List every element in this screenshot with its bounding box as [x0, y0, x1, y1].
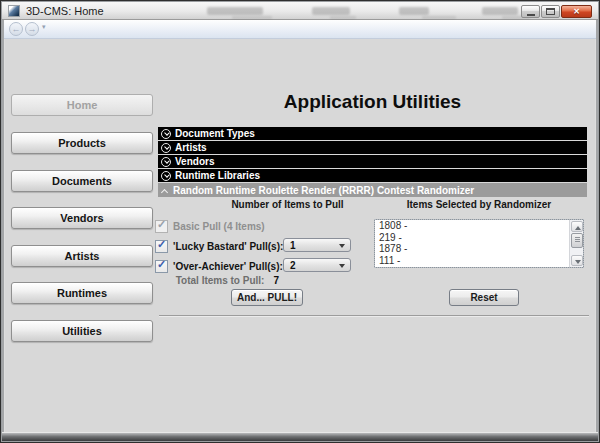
lucky-pull-select[interactable]: 1 [283, 238, 351, 252]
scroll-up-icon [575, 226, 581, 230]
sidebar-item-utilities[interactable]: Utilities [11, 320, 153, 342]
redacted-menu-text [399, 7, 429, 15]
redacted-menu-text [312, 7, 350, 15]
list-item[interactable]: 111 - [375, 255, 583, 267]
list-scrollbar[interactable] [569, 220, 583, 267]
window-frame-right [595, 20, 598, 432]
minimize-button[interactable] [521, 5, 540, 18]
client-area: Home Products Documents Vendors Artists … [5, 39, 595, 432]
chevron-down-circle-icon [161, 129, 171, 139]
sidebar-item-artists[interactable]: Artists [11, 245, 153, 267]
lucky-pull-value: 1 [290, 240, 296, 251]
close-icon: ✕ [573, 6, 580, 17]
combo-arrow-icon [339, 264, 345, 268]
navigation-toolbar: ← → ▾ [4, 20, 596, 39]
app-icon [8, 5, 20, 17]
redacted-text [422, 16, 456, 19]
column-header-number-to-pull: Number of Items to Pull [180, 199, 395, 210]
over-achiever-checkbox[interactable]: ✓ [155, 260, 168, 273]
sidebar-item-home[interactable]: Home [11, 94, 153, 116]
sidebar-item-documents[interactable]: Documents [11, 170, 153, 192]
checkmark-icon: ✓ [157, 238, 166, 251]
expander-label: Random Runtime Roulette Render (RRRR) Co… [173, 185, 474, 196]
expander-vendors[interactable]: Vendors [158, 155, 587, 168]
total-items-row: Total Items to Pull: 7 [61, 275, 279, 286]
chevron-down-circle-icon [161, 171, 171, 181]
list-item[interactable]: 219 - [375, 232, 583, 244]
minimize-icon [527, 14, 535, 16]
list-item[interactable]: 1331 - [375, 267, 583, 268]
combo-arrow-icon [339, 244, 345, 248]
close-button[interactable]: ✕ [561, 5, 592, 18]
redacted-text [330, 16, 356, 19]
lucky-pull-label: 'Lucky Bastard' Pull(s): [173, 241, 283, 252]
total-items-value: 7 [273, 275, 279, 286]
nav-dropdown-icon[interactable]: ▾ [42, 23, 46, 31]
reset-button[interactable]: Reset [449, 289, 519, 306]
forward-button[interactable]: → [25, 22, 39, 36]
expander-label: Vendors [175, 156, 214, 167]
app-window: 3D-CMS: Home ✕ ← → ▾ [0, 0, 600, 443]
basic-pull-label: Basic Pull (4 Items) [173, 221, 265, 232]
back-icon: ← [12, 24, 21, 34]
redacted-text [232, 16, 272, 19]
maximize-icon [546, 8, 555, 15]
column-header-items-selected: Items Selected by Randomizer [374, 199, 584, 210]
maximize-button[interactable] [541, 5, 560, 18]
scroll-down-icon [575, 260, 581, 264]
expander-runtime-libraries[interactable]: Runtime Libraries [158, 169, 587, 182]
lucky-pull-checkbox[interactable]: ✓ [155, 240, 168, 253]
chevron-down-circle-icon [161, 143, 171, 153]
window-frame-bottom [2, 432, 598, 441]
chevron-down-circle-icon [161, 157, 171, 167]
expander-artists[interactable]: Artists [158, 141, 587, 154]
expander-group: Document Types Artists Vendors Runtime L… [158, 127, 587, 197]
redacted-menu-text [207, 7, 263, 15]
redacted-menu-text [482, 7, 518, 15]
expander-label: Runtime Libraries [175, 170, 260, 181]
expander-label: Artists [175, 142, 207, 153]
scroll-up-button[interactable] [571, 221, 583, 232]
scroll-thumb[interactable] [571, 233, 583, 248]
list-item[interactable]: 1878 - [375, 243, 583, 255]
section-separator [159, 315, 589, 316]
basic-pull-checkbox[interactable]: ✓ [155, 220, 168, 233]
expander-document-types[interactable]: Document Types [158, 127, 587, 140]
sidebar-item-vendors[interactable]: Vendors [11, 207, 153, 229]
caption-buttons: ✕ [521, 5, 592, 18]
randomizer-results-list[interactable]: 1808 - 219 - 1878 - 111 - 1331 - [374, 219, 584, 268]
forward-icon: → [28, 24, 37, 34]
window-title: 3D-CMS: Home [26, 5, 104, 17]
titlebar: 3D-CMS: Home ✕ [2, 2, 598, 20]
expander-label: Document Types [175, 128, 255, 139]
total-items-label: Total Items to Pull: [176, 275, 265, 286]
chevron-up-icon [161, 188, 168, 195]
over-achiever-label: 'Over-Achiever' Pull(s): [173, 261, 283, 272]
over-achiever-select[interactable]: 2 [283, 258, 351, 272]
expander-rrrr-randomizer[interactable]: Random Runtime Roulette Render (RRRR) Co… [158, 183, 587, 197]
checkmark-icon: ✓ [157, 218, 166, 231]
checkmark-icon: ✓ [157, 258, 166, 271]
list-item[interactable]: 1808 - [375, 220, 583, 232]
pull-button[interactable]: And... PULL! [231, 289, 303, 306]
sidebar-item-products[interactable]: Products [11, 132, 153, 154]
back-button[interactable]: ← [9, 22, 23, 36]
over-achiever-value: 2 [290, 260, 296, 271]
page-title: Application Utilities [158, 91, 587, 113]
scroll-down-button[interactable] [571, 255, 583, 266]
